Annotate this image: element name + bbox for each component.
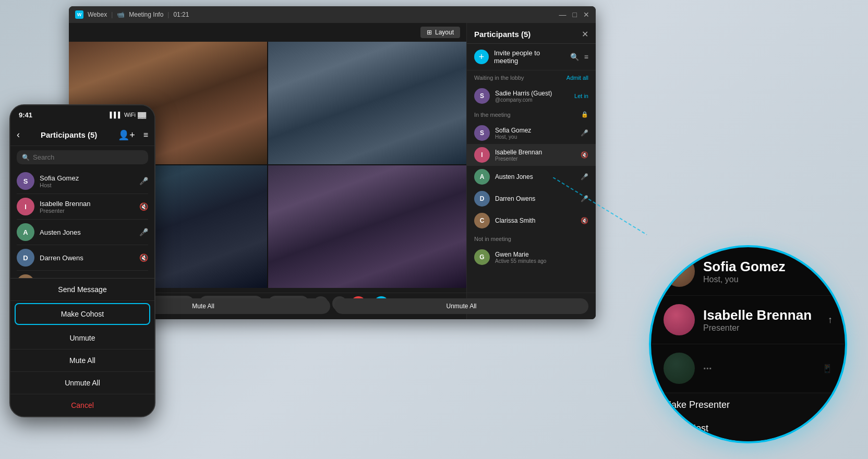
participant-row-gwen[interactable]: G Gwen Marie Active 55 minutes ago: [467, 246, 596, 268]
layout-button[interactable]: ⊞ Layout: [420, 27, 460, 38]
panel-header: Participants (5) ✕: [467, 23, 596, 44]
avatar-isabelle: I: [474, 147, 490, 163]
close-button[interactable]: ✕: [583, 10, 589, 19]
participant-row-austen[interactable]: A Austen Jones 🎤: [467, 166, 596, 188]
zoom-name-sofia: Sofia Gomez: [703, 259, 833, 275]
invite-text: Invite people to meeting: [494, 49, 565, 65]
zoom-participant-third: ··· 📱: [651, 344, 845, 393]
mobile-mic-austen: 🎤: [139, 228, 148, 236]
participant-row-clarissa[interactable]: C Clarissa Smith 🔇: [467, 210, 596, 232]
make-cohost-button[interactable]: Make Cohost: [15, 303, 150, 325]
cancel-button[interactable]: Cancel: [10, 394, 154, 416]
mobile-icon: 📱: [822, 364, 833, 373]
mobile-add-participant-button[interactable]: 👤+: [118, 129, 135, 141]
mute-all-mobile-button[interactable]: Mute All: [10, 349, 154, 372]
mobile-row-austen[interactable]: A Austen Jones 🎤: [17, 220, 148, 245]
webex-logo: W: [75, 10, 83, 19]
panel-title: Participants (5): [474, 30, 531, 39]
unmute-all-mobile-button[interactable]: Unmute All: [10, 372, 154, 394]
mobile-nav-bar: ‹ Participants (5) 👤+ ≡: [10, 124, 154, 146]
search-icon[interactable]: 🔍: [570, 53, 579, 61]
name-clarissa: Clarissa Smith: [495, 217, 575, 224]
mobile-search-bar[interactable]: 🔍: [17, 150, 148, 164]
participant-row-isabelle[interactable]: I Isabelle Brennan Presenter 🔇: [467, 144, 596, 166]
lobby-section: Waiting in the lobby Admit all: [467, 70, 596, 85]
mobile-role-isabelle: Presenter: [40, 208, 134, 214]
meeting-info-icon: 📹: [117, 11, 125, 18]
lobby-participant-email: @company.com: [495, 97, 569, 103]
mobile-avatar-darren: D: [17, 249, 34, 267]
mobile-title: Participants (5): [24, 130, 114, 139]
video-cell-2: [268, 42, 466, 164]
video-cell-4: [268, 165, 466, 288]
lobby-participant-row[interactable]: S Sadie Harris (Guest) @company.com Let …: [467, 85, 596, 107]
mobile-mic-sofia: 🎤: [139, 177, 148, 185]
in-meeting-section: In the meeting 🔒: [467, 107, 596, 122]
mobile-panel: 9:41 ▌▌▌ WiFi ▓▓ ‹ Participants (5) 👤+ ≡…: [9, 104, 155, 417]
list-icon[interactable]: ≡: [584, 53, 588, 61]
mobile-name-austen: Austen Jones: [40, 228, 134, 236]
not-in-meeting-section: Not in meeting: [467, 232, 596, 246]
minimize-button[interactable]: —: [559, 10, 566, 19]
mobile-search-input[interactable]: [33, 153, 143, 161]
zoom-make-presenter[interactable]: Make Presenter: [651, 393, 845, 417]
participant-row-sofia[interactable]: S Sofia Gomez Host, you 🎤: [467, 122, 596, 144]
mobile-name-darren: Darren Owens: [40, 254, 134, 262]
mobile-list-icon[interactable]: ≡: [143, 130, 148, 140]
zoom-context-menu: Make Presenter Make Host Make Cohost: [651, 393, 845, 443]
mobile-mic-isabelle: 🔇: [139, 202, 148, 211]
lobby-label: Waiting in the lobby Admit all: [474, 75, 588, 81]
panel-close-button[interactable]: ✕: [582, 29, 588, 39]
let-in-button[interactable]: Let in: [574, 93, 588, 99]
zoom-name-third: ···: [703, 363, 814, 375]
mic-clarissa: 🔇: [581, 217, 588, 224]
share-arrow-icon: ↑: [828, 315, 833, 325]
avatar-austen: A: [474, 169, 490, 185]
zoom-role-sofia: Host, you: [703, 275, 833, 284]
avatar-clarissa: C: [474, 213, 490, 228]
mobile-avatar-austen: A: [17, 223, 34, 241]
mobile-row-sofia[interactable]: S Sofia Gomez Host 🎤: [17, 168, 148, 194]
unmute-all-button[interactable]: Unmute All: [466, 298, 588, 314]
layout-icon: ⊞: [427, 29, 432, 36]
mobile-status-bar: 9:41 ▌▌▌ WiFi ▓▓: [10, 105, 154, 124]
admit-all-button[interactable]: Admit all: [566, 75, 588, 81]
mobile-row-darren[interactable]: D Darren Owens 🔇: [17, 245, 148, 271]
mobile-row-isabelle[interactable]: I Isabelle Brennan Presenter 🔇: [17, 194, 148, 220]
name-sofia: Sofia Gomez: [495, 127, 575, 134]
send-message-button[interactable]: Send Message: [10, 279, 154, 301]
mic-darren: 🎤: [581, 195, 588, 202]
signal-icon: ▌▌▌: [110, 112, 122, 118]
wifi-icon: WiFi: [124, 112, 136, 118]
name-isabelle: Isabelle Brennan: [495, 149, 575, 156]
unmute-button[interactable]: Unmute: [10, 327, 154, 349]
meeting-info-label: Meeting Info: [129, 11, 163, 18]
mobile-back-button[interactable]: ‹: [17, 129, 20, 140]
zoom-name-isabelle: Isabelle Brennan: [703, 307, 819, 323]
zoom-role-isabelle: Presenter: [703, 323, 819, 333]
lobby-avatar: S: [474, 88, 490, 104]
participant-row-darren[interactable]: D Darren Owens 🎤: [467, 188, 596, 210]
layout-label: Layout: [435, 29, 454, 36]
panel-footer: Mute All Unmute All: [466, 293, 596, 319]
meeting-timer: 01:21: [173, 11, 189, 18]
name-gwen: Gwen Marie: [495, 251, 588, 258]
app-title: Webex: [88, 11, 107, 18]
mic-austen: 🎤: [581, 173, 588, 180]
title-bar: W Webex | 📹 Meeting Info | 01:21 — □ ✕: [69, 6, 596, 23]
video-top-bar: ⊞ Layout: [69, 23, 466, 42]
mobile-context-menu: Send Message Make Cohost Unmute Mute All…: [10, 278, 154, 416]
invite-row[interactable]: + Invite people to meeting 🔍 ≡: [467, 44, 596, 70]
maximize-button[interactable]: □: [573, 10, 577, 19]
side-panel: Participants (5) ✕ + Invite people to me…: [466, 23, 596, 319]
role-isabelle: Presenter: [495, 156, 575, 162]
role-sofia: Host, you: [495, 134, 575, 140]
battery-icon: ▓▓: [138, 112, 146, 118]
zoom-participant-isabelle[interactable]: Isabelle Brennan Presenter ↑: [651, 296, 845, 344]
zoom-participant-sofia[interactable]: Sofia Gomez Host, you: [651, 247, 845, 296]
avatar-sofia: S: [474, 125, 490, 141]
invite-action-icons: 🔍 ≡: [570, 53, 588, 61]
window-controls: — □ ✕: [559, 10, 589, 19]
zoom-make-host[interactable]: Make Host: [651, 417, 845, 440]
mobile-name-isabelle: Isabelle Brennan: [40, 200, 134, 208]
